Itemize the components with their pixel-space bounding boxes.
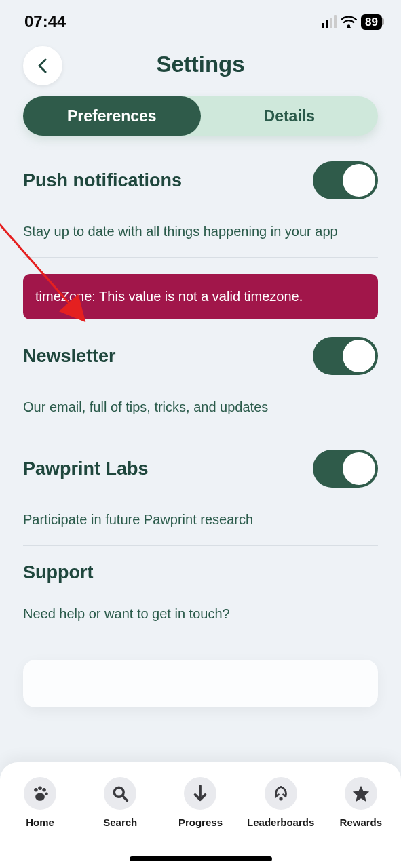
- wifi-icon: [341, 15, 357, 28]
- svg-point-2: [34, 788, 38, 792]
- tab-rewards-label: Rewards: [340, 816, 383, 828]
- battery-icon: 89: [361, 14, 382, 30]
- newsletter-toggle[interactable]: [313, 337, 378, 375]
- row-push: Push notifications: [23, 161, 378, 199]
- support-card[interactable]: [23, 660, 378, 707]
- paw-icon: [24, 777, 56, 810]
- labs-title: Pawprint Labs: [23, 458, 149, 479]
- row-newsletter: Newsletter: [23, 337, 378, 375]
- segmented-control: Preferences Details: [23, 96, 378, 136]
- labs-toggle[interactable]: [313, 450, 378, 488]
- svg-point-0: [347, 24, 350, 27]
- segmented-control-wrap: Preferences Details: [0, 96, 401, 136]
- newsletter-title: Newsletter: [23, 346, 116, 367]
- tab-search-label: Search: [103, 816, 137, 828]
- svg-point-5: [45, 793, 48, 796]
- search-icon: [104, 777, 136, 810]
- svg-point-10: [279, 797, 282, 800]
- tab-home[interactable]: Home: [3, 777, 77, 828]
- chevron-left-icon: [36, 58, 50, 73]
- cellular-icon: [322, 15, 337, 28]
- push-toggle[interactable]: [313, 161, 378, 199]
- svg-point-4: [42, 788, 46, 792]
- labs-desc: Participate in future Pawprint research: [23, 512, 378, 528]
- tab-search[interactable]: Search: [83, 777, 157, 828]
- tab-details[interactable]: Details: [201, 96, 379, 136]
- section-push: Push notifications Stay up to date with …: [23, 161, 378, 258]
- newsletter-desc: Our email, full of tips, tricks, and upd…: [23, 399, 378, 415]
- section-labs: Pawprint Labs Participate in future Pawp…: [23, 450, 378, 546]
- support-title: Support: [23, 562, 378, 583]
- tab-home-label: Home: [26, 816, 54, 828]
- status-right: 89: [322, 14, 382, 30]
- svg-point-6: [35, 793, 45, 801]
- push-desc: Stay up to date with all things happenin…: [23, 224, 378, 239]
- tabbar: Home Search Progress Leaderboards Reward…: [0, 762, 401, 868]
- support-desc: Need help or want to get in touch?: [23, 606, 378, 622]
- content: Push notifications Stay up to date with …: [0, 136, 401, 639]
- star-icon: [345, 777, 377, 810]
- arrow-down-icon: [184, 777, 216, 810]
- header: Settings: [0, 38, 401, 96]
- section-newsletter: Newsletter Our email, full of tips, tric…: [23, 337, 378, 433]
- tab-progress-label: Progress: [178, 816, 223, 828]
- status-time: 07:44: [24, 12, 66, 31]
- tab-leaderboards[interactable]: Leaderboards: [244, 777, 318, 828]
- tab-progress[interactable]: Progress: [163, 777, 237, 828]
- svg-line-8: [123, 795, 128, 800]
- tab-leaderboards-label: Leaderboards: [247, 816, 314, 828]
- error-banner: timeZone: This value is not a valid time…: [23, 274, 378, 319]
- laurel-icon: [265, 777, 297, 810]
- home-indicator: [130, 856, 272, 861]
- row-labs: Pawprint Labs: [23, 450, 378, 488]
- tab-preferences[interactable]: Preferences: [23, 96, 201, 136]
- page-title: Settings: [23, 52, 378, 77]
- push-title: Push notifications: [23, 170, 182, 191]
- back-button[interactable]: [23, 46, 62, 85]
- status-bar: 07:44 89: [0, 0, 401, 38]
- svg-point-3: [38, 786, 42, 790]
- tab-rewards[interactable]: Rewards: [324, 777, 398, 828]
- section-support: Support Need help or want to get in touc…: [23, 562, 378, 639]
